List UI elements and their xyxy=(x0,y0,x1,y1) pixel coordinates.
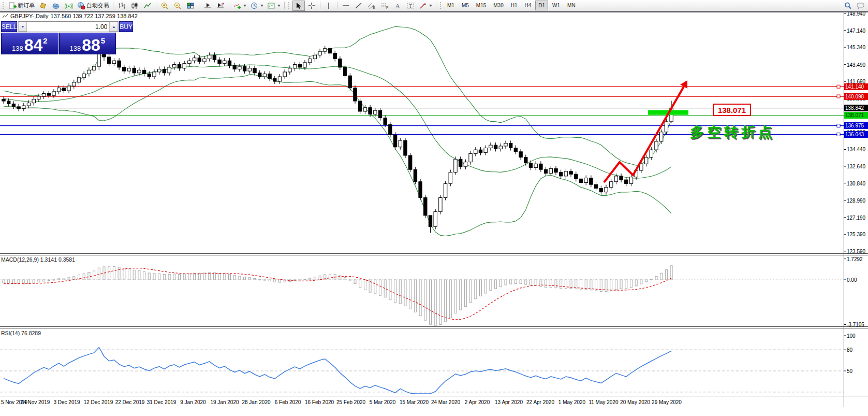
community-button[interactable] xyxy=(50,1,62,11)
cursor-button[interactable] xyxy=(292,1,305,11)
macd-pane-label: MACD(12,26,9) 1.3141 0.3581 xyxy=(1,256,75,263)
timeframe-button-MN[interactable]: MN xyxy=(564,1,579,10)
text-icon: A xyxy=(393,2,402,10)
date-axis-label: 20 May 2020 xyxy=(620,399,650,405)
price-annotation-box[interactable]: 138.071 xyxy=(713,104,751,116)
date-axis-label: 5 Mar 2020 xyxy=(370,399,396,405)
date-axis-label: 22 Apr 2020 xyxy=(526,399,554,405)
new-order-button[interactable]: 新订单 xyxy=(7,1,36,11)
text-button[interactable]: A xyxy=(391,1,404,11)
bar-chart-button[interactable] xyxy=(115,1,128,11)
bar-chart-icon xyxy=(117,2,126,10)
volume-increase-button[interactable]: ▲ xyxy=(109,22,118,32)
rsi-axis-tick: 100 xyxy=(847,333,856,339)
horizontal-line-button[interactable] xyxy=(340,1,352,11)
main-toolbar: 新订单 自动交易 xyxy=(0,0,868,11)
date-axis-label: 9 Jan 2020 xyxy=(180,399,206,405)
dropdown-caret-icon xyxy=(260,5,263,7)
svg-text:A: A xyxy=(395,2,401,10)
signals-button[interactable] xyxy=(63,1,75,11)
chart-shift-button[interactable] xyxy=(214,1,227,11)
timeframe-button-H4[interactable]: H4 xyxy=(522,1,535,10)
macd-axis-tick: 1.7292 xyxy=(847,256,863,262)
arrows-tool-button[interactable] xyxy=(417,1,434,11)
sell-price-tile[interactable]: 138 84 2 xyxy=(1,33,58,54)
zoom-in-button[interactable] xyxy=(158,1,171,11)
tile-windows-icon xyxy=(186,2,195,10)
price-axis-tick: 134.440 xyxy=(847,147,865,152)
zoom-out-icon xyxy=(173,2,182,10)
crosshair-button[interactable] xyxy=(305,1,318,11)
date-axis-label: 1 May 2020 xyxy=(558,399,585,405)
auto-trading-icon xyxy=(77,2,85,10)
rsi-axis-tick: 80 xyxy=(847,347,852,353)
price-line-label: 138.842 xyxy=(844,105,868,111)
vertical-line-button[interactable] xyxy=(322,1,335,11)
periods-button[interactable] xyxy=(248,1,265,11)
price-axis-tick: 125.390 xyxy=(847,232,865,237)
price-axis-tick: 147.140 xyxy=(847,27,865,33)
tile-windows-button[interactable] xyxy=(184,1,197,11)
symbol-ohlc-values: 137.560 139.722 137.259 138.842 xyxy=(51,13,138,19)
rsi-axis-tick: 50 xyxy=(847,368,852,374)
fibonacci-icon: F xyxy=(380,2,389,10)
signal-icon xyxy=(65,2,73,10)
auto-trading-button[interactable]: 自动交易 xyxy=(76,1,111,11)
cursor-icon xyxy=(295,2,303,10)
timeframe-button-M15[interactable]: M15 xyxy=(473,1,489,10)
date-axis-label: 6 Feb 2020 xyxy=(275,399,301,405)
price-axis-tick: 123.590 xyxy=(847,248,865,254)
vertical-line-icon xyxy=(325,2,333,10)
market-watch-button[interactable] xyxy=(37,1,49,11)
chinese-annotation-text[interactable]: 多空转折点 xyxy=(690,123,775,141)
volume-input[interactable] xyxy=(27,22,109,32)
timeframe-button-W1[interactable]: W1 xyxy=(549,1,563,10)
equidistant-channel-icon: E xyxy=(367,2,376,10)
gold-cube-icon xyxy=(39,2,47,10)
timeframe-button-M1[interactable]: M1 xyxy=(444,1,458,10)
crosshair-icon xyxy=(307,2,316,10)
timeframe-button-D1[interactable]: D1 xyxy=(535,1,548,10)
line-chart-button[interactable] xyxy=(141,1,154,11)
dropdown-caret-icon xyxy=(243,5,246,7)
sell-price-main: 84 xyxy=(24,38,43,52)
text-label-button[interactable]: T xyxy=(404,1,417,11)
candlestick-chart-button[interactable] xyxy=(128,1,141,11)
toolbar-separator xyxy=(337,2,337,9)
date-axis-label: 2 Apr 2020 xyxy=(465,399,490,405)
date-axis-label: 11 May 2020 xyxy=(589,399,618,405)
buy-price-tile[interactable]: 138 88 5 xyxy=(59,33,116,54)
auto-scroll-button[interactable] xyxy=(201,1,214,11)
templates-button[interactable] xyxy=(266,1,282,11)
date-axis-label: 16 Feb 2020 xyxy=(305,399,334,405)
volume-decrease-button[interactable]: ▼ xyxy=(18,22,27,32)
macd-axis-tick: 0.00 xyxy=(847,277,857,283)
chat-icon xyxy=(856,2,865,10)
zoom-in-icon xyxy=(160,2,169,10)
indicators-icon xyxy=(233,2,241,10)
sell-button[interactable]: SELL xyxy=(1,21,17,32)
price-axis-tick: 127.190 xyxy=(847,214,865,220)
new-order-icon xyxy=(8,2,17,10)
indicators-button[interactable] xyxy=(231,1,248,11)
dropdown-caret-icon xyxy=(429,5,432,7)
equidistant-channel-button[interactable]: E xyxy=(365,1,378,11)
chat-button[interactable] xyxy=(855,1,867,11)
zoom-out-button[interactable] xyxy=(171,1,184,11)
candlestick-chart-icon xyxy=(130,2,139,10)
fibonacci-button[interactable]: F xyxy=(378,1,391,11)
timeframe-button-M5[interactable]: M5 xyxy=(459,1,472,10)
search-button[interactable] xyxy=(842,1,854,11)
buy-button[interactable]: BUY xyxy=(119,21,133,32)
trade-controls-row: SELL ▼ ▲ BUY xyxy=(1,21,116,32)
buy-price-main: 88 xyxy=(82,38,100,52)
price-axis-tick: 132.640 xyxy=(847,164,865,169)
trendline-button[interactable] xyxy=(352,1,365,11)
toolbar-separator xyxy=(436,2,436,9)
cloud-icon xyxy=(52,2,60,10)
timeframe-button-M30[interactable]: M30 xyxy=(490,1,506,10)
new-order-label: 新订单 xyxy=(18,2,35,9)
line-chart-icon xyxy=(143,2,152,10)
timeframe-button-H1[interactable]: H1 xyxy=(508,1,521,10)
price-line-label: 141.140 xyxy=(844,83,868,90)
